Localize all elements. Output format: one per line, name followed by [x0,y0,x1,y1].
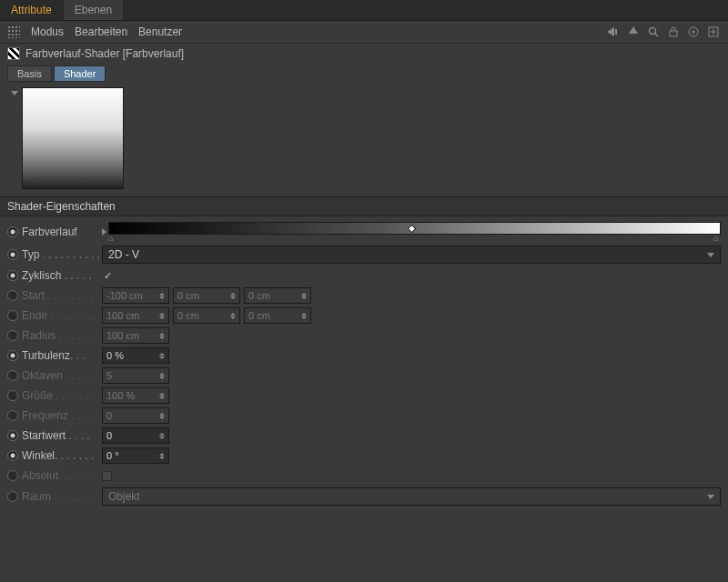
row-turbulenz: Turbulenz. . . 0 % [0,346,728,366]
row-farbverlauf: Farbverlauf ⌂ ⌂ [0,220,728,244]
anim-dot[interactable] [7,450,18,461]
label-zyklisch: Zyklisch . . . . . [22,269,102,282]
svg-point-1 [650,28,656,35]
start-z-input: 0 cm [244,287,311,304]
label-absolut: Absolut. . . . . . [22,469,102,482]
label-start: Start . . . . . . . . [22,289,102,302]
row-ende: Ende . . . . . . . . 100 cm 0 cm 0 cm [0,306,728,326]
svg-rect-3 [670,31,677,36]
lock-icon[interactable] [666,25,681,39]
tab-ebenen[interactable]: Ebenen [64,0,123,20]
startwert-input[interactable]: 0 [102,427,169,444]
anim-dot[interactable] [7,249,18,260]
anim-dot [7,491,18,502]
row-typ: Typ . . . . . . . . . . 2D - V [0,244,728,266]
anim-dot [7,330,18,341]
row-radius: Radius . . . . . . 100 cm [0,326,728,346]
anim-dot[interactable] [7,226,18,237]
add-panel-icon[interactable] [706,25,721,39]
main-tabs: Attribute Ebenen [0,0,728,21]
row-start: Start . . . . . . . . -100 cm 0 cm 0 cm [0,286,728,306]
menu-bearbeiten[interactable]: Bearbeiten [75,25,127,38]
anim-dot [7,310,18,321]
anim-dot[interactable] [7,430,18,441]
label-startwert: Startwert . . . . [22,429,102,442]
chevron-down-icon [707,495,714,499]
label-frequenz: Frequenz . . . . [22,409,102,422]
target-icon[interactable] [686,25,701,39]
preview-collapse-icon[interactable] [11,91,18,95]
row-groesse: Größe . . . . . . . 100 % [0,386,728,406]
row-winkel: Winkel. . . . . . . 0 ° [0,446,728,466]
preview-area [0,84,728,196]
label-typ: Typ . . . . . . . . . . [22,248,102,261]
label-turbulenz: Turbulenz. . . [22,349,102,362]
anim-dot [7,290,18,301]
ende-y-input: 0 cm [173,307,240,324]
start-x-input: -100 cm [102,287,169,304]
row-oktaven: Oktaven . . . . . 5 [0,366,728,386]
label-radius: Radius . . . . . . [22,329,102,342]
nav-up-icon[interactable] [626,25,641,39]
subtab-basis[interactable]: Basis [7,65,52,82]
menu-modus[interactable]: Modus [31,25,64,38]
shader-preview[interactable] [22,87,124,189]
label-farbverlauf: Farbverlauf [22,226,102,238]
chevron-down-icon [707,253,714,257]
anim-dot [7,410,18,421]
row-zyklisch: Zyklisch . . . . . ✓ [0,266,728,286]
label-groesse: Größe . . . . . . . [22,389,102,402]
start-y-input: 0 cm [173,287,240,304]
gradient-editor[interactable] [108,222,721,235]
zyklisch-checkbox[interactable]: ✓ [102,270,113,281]
anim-dot [7,370,18,381]
tab-attribute[interactable]: Attribute [0,0,63,20]
properties-panel: Farbverlauf ⌂ ⌂ Typ . . . . . . . . . . … [0,216,728,511]
gradient-stop-start[interactable]: ⌂ [108,234,116,241]
subtab-shader[interactable]: Shader [54,65,106,82]
label-winkel: Winkel. . . . . . . [22,449,102,462]
svg-point-5 [693,31,695,34]
absolut-checkbox [102,471,112,481]
turbulenz-input[interactable]: 0 % [102,347,169,364]
object-title: Farbverlauf-Shader [Farbverlauf] [25,47,184,60]
groesse-input: 100 % [102,387,169,404]
radius-input: 100 cm [102,327,169,344]
raum-select: Objekt [102,487,721,506]
anim-dot [7,390,18,401]
label-oktaven: Oktaven . . . . . [22,369,102,382]
anim-dot [7,470,18,481]
shader-type-icon [7,47,20,60]
menu-benutzer[interactable]: Benutzer [138,25,182,38]
ende-x-input: 100 cm [102,307,169,324]
label-raum: Raum . . . . . . . [22,490,102,503]
row-absolut: Absolut. . . . . . [0,466,728,486]
grid-icon[interactable] [7,25,20,38]
search-icon[interactable] [646,25,661,39]
nav-back-icon[interactable] [606,25,621,39]
sub-tabs: Basis Shader [0,64,728,84]
section-header: Shader-Eigenschaften [0,196,728,216]
anim-dot[interactable] [7,270,18,281]
ende-z-input: 0 cm [244,307,311,324]
row-raum: Raum . . . . . . . Objekt [0,486,728,507]
label-ende: Ende . . . . . . . . [22,309,102,322]
anim-dot[interactable] [7,350,18,361]
row-startwert: Startwert . . . . 0 [0,426,728,446]
frequenz-input: 0 [102,407,169,424]
toolbar: Modus Bearbeiten Benutzer [0,21,728,44]
winkel-input[interactable]: 0 ° [102,447,169,464]
svg-rect-0 [615,29,617,35]
object-title-row: Farbverlauf-Shader [Farbverlauf] [0,44,728,64]
typ-select[interactable]: 2D - V [102,246,721,264]
gradient-stop-end[interactable]: ⌂ [713,234,721,241]
row-frequenz: Frequenz . . . . 0 [0,406,728,426]
oktaven-input: 5 [102,367,169,384]
svg-line-2 [655,34,658,36]
gradient-expand-icon[interactable] [102,228,106,236]
